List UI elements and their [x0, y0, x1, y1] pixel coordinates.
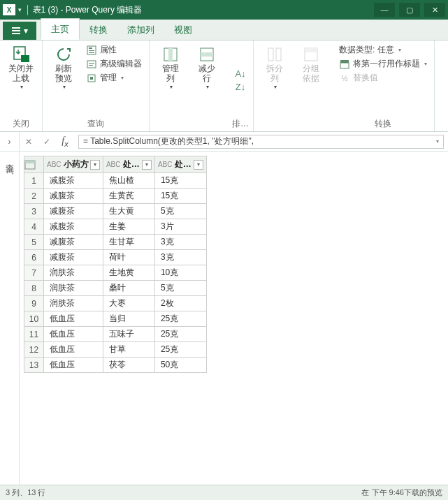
- tab-transform[interactable]: 转换: [80, 20, 117, 40]
- queries-side-panel[interactable]: 查询: [0, 152, 20, 485]
- table-row[interactable]: 3减腹茶生大黄5克: [24, 204, 207, 219]
- cell[interactable]: 甘草: [103, 342, 154, 358]
- close-window-button[interactable]: ✕: [424, 3, 445, 17]
- use-first-row-header-button[interactable]: 将第一行用作标题 ▾: [336, 57, 430, 71]
- combine-button[interactable]: 组 合 ▾: [439, 43, 448, 119]
- row-header[interactable]: 6: [24, 250, 44, 265]
- expand-queries-button[interactable]: ›: [0, 132, 20, 151]
- cell[interactable]: 生地黄: [103, 265, 154, 281]
- cell[interactable]: 3克: [154, 250, 206, 265]
- maximize-button[interactable]: ▢: [399, 3, 420, 17]
- cell[interactable]: 50克: [154, 358, 206, 373]
- cell[interactable]: 减腹茶: [44, 173, 103, 189]
- cell[interactable]: 2枚: [154, 296, 206, 311]
- cell[interactable]: 25克: [154, 342, 206, 358]
- cell[interactable]: 3克: [154, 235, 206, 250]
- properties-button[interactable]: 属性: [83, 43, 145, 57]
- cell[interactable]: 低血压: [44, 327, 103, 342]
- cell[interactable]: 5克: [154, 281, 206, 296]
- table-row[interactable]: 8润肤茶桑叶5克: [24, 281, 207, 296]
- qat-dropdown-icon[interactable]: ▾: [18, 6, 22, 13]
- cell[interactable]: 低血压: [44, 311, 103, 327]
- refresh-preview-button[interactable]: 刷新 预览 ▾: [47, 43, 80, 117]
- sort-asc-button[interactable]: A↓: [232, 67, 249, 80]
- row-header[interactable]: 4: [24, 219, 44, 235]
- grid-corner[interactable]: [24, 156, 44, 173]
- reduce-rows-button[interactable]: 减少 行 ▾: [190, 43, 224, 119]
- formula-cancel-button[interactable]: ✕: [20, 134, 38, 149]
- cell[interactable]: 减腹茶: [44, 204, 103, 219]
- table-row[interactable]: 10低血压当归25克: [24, 311, 207, 327]
- cell[interactable]: 减腹茶: [44, 189, 103, 204]
- column-header-0[interactable]: ABC 小药方 ▾: [44, 156, 103, 173]
- cell[interactable]: 5克: [154, 204, 206, 219]
- column-header-2[interactable]: ABC 处… ▾: [154, 156, 206, 173]
- col2-filter-icon[interactable]: ▾: [194, 160, 203, 170]
- col0-filter-icon[interactable]: ▾: [90, 160, 100, 170]
- cell[interactable]: 润肤茶: [44, 265, 103, 281]
- table-row[interactable]: 4减腹茶生姜3片: [24, 219, 207, 235]
- cell[interactable]: 25克: [154, 311, 206, 327]
- cell[interactable]: 润肤茶: [44, 296, 103, 311]
- row-header[interactable]: 10: [24, 311, 44, 327]
- cell[interactable]: 生姜: [103, 219, 154, 235]
- file-tab[interactable]: ▾: [3, 22, 36, 40]
- row-header[interactable]: 7: [24, 265, 44, 281]
- formula-expand-icon[interactable]: ▾: [436, 138, 439, 145]
- row-header[interactable]: 13: [24, 358, 44, 373]
- manage-button[interactable]: 管理 ▾: [83, 71, 145, 84]
- cell[interactable]: 生黄芪: [103, 189, 154, 204]
- data-type-button[interactable]: 数据类型: 任意 ▾: [336, 43, 430, 57]
- row-header[interactable]: 2: [24, 189, 44, 204]
- cell[interactable]: 15克: [154, 189, 206, 204]
- row-header[interactable]: 8: [24, 281, 44, 296]
- row-header[interactable]: 12: [24, 342, 44, 358]
- table-row[interactable]: 13低血压茯苓50克: [24, 358, 207, 373]
- cell[interactable]: 桑叶: [103, 281, 154, 296]
- ribbon-tabs: ▾ 主页 转换 添加列 视图: [0, 20, 448, 41]
- table-row[interactable]: 1减腹茶焦山楂15克: [24, 173, 207, 189]
- table-row[interactable]: 7润肤茶生地黄10克: [24, 265, 207, 281]
- formula-input[interactable]: = Table.SplitColumn(更改的类型1, "处方明细", ▾: [78, 135, 444, 149]
- row-header[interactable]: 9: [24, 296, 44, 311]
- cell[interactable]: 减腹茶: [44, 235, 103, 250]
- cell[interactable]: 焦山楂: [103, 173, 154, 189]
- close-and-load-button[interactable]: 关闭并 上载 ▾: [4, 43, 38, 117]
- column-header-1[interactable]: ABC 处… ▾: [103, 156, 154, 173]
- cell[interactable]: 生大黄: [103, 204, 154, 219]
- cell[interactable]: 当归: [103, 311, 154, 327]
- cell[interactable]: 生甘草: [103, 235, 154, 250]
- table-row[interactable]: 12低血压甘草25克: [24, 342, 207, 358]
- row-header[interactable]: 1: [24, 173, 44, 189]
- sort-desc-button[interactable]: Z↓: [232, 80, 249, 93]
- cell[interactable]: 大枣: [103, 296, 154, 311]
- cell[interactable]: 低血压: [44, 358, 103, 373]
- cell[interactable]: 低血压: [44, 342, 103, 358]
- cell[interactable]: 减腹茶: [44, 250, 103, 265]
- cell[interactable]: 3片: [154, 219, 206, 235]
- tab-add-column[interactable]: 添加列: [117, 20, 164, 40]
- table-row[interactable]: 5减腹茶生甘草3克: [24, 235, 207, 250]
- cell[interactable]: 15克: [154, 173, 206, 189]
- cell[interactable]: 荷叶: [103, 250, 154, 265]
- cell[interactable]: 五味子: [103, 327, 154, 342]
- cell[interactable]: 茯苓: [103, 358, 154, 373]
- manage-columns-button[interactable]: 管理 列 ▾: [154, 43, 187, 119]
- table-row[interactable]: 2减腹茶生黄芪15克: [24, 189, 207, 204]
- minimize-button[interactable]: —: [374, 3, 395, 17]
- table-row[interactable]: 11低血压五味子25克: [24, 327, 207, 342]
- row-header[interactable]: 11: [24, 327, 44, 342]
- table-row[interactable]: 6减腹茶荷叶3克: [24, 250, 207, 265]
- cell[interactable]: 10克: [154, 265, 206, 281]
- cell[interactable]: 润肤茶: [44, 281, 103, 296]
- cell[interactable]: 25克: [154, 327, 206, 342]
- col1-filter-icon[interactable]: ▾: [142, 160, 152, 170]
- row-header[interactable]: 3: [24, 204, 44, 219]
- table-row[interactable]: 9润肤茶大枣2枚: [24, 296, 207, 311]
- cell[interactable]: 减腹茶: [44, 219, 103, 235]
- row-header[interactable]: 5: [24, 235, 44, 250]
- tab-view[interactable]: 视图: [164, 20, 202, 40]
- formula-confirm-button[interactable]: ✓: [38, 134, 56, 149]
- tab-home[interactable]: 主页: [41, 18, 80, 40]
- advanced-editor-button[interactable]: 高级编辑器: [83, 57, 145, 71]
